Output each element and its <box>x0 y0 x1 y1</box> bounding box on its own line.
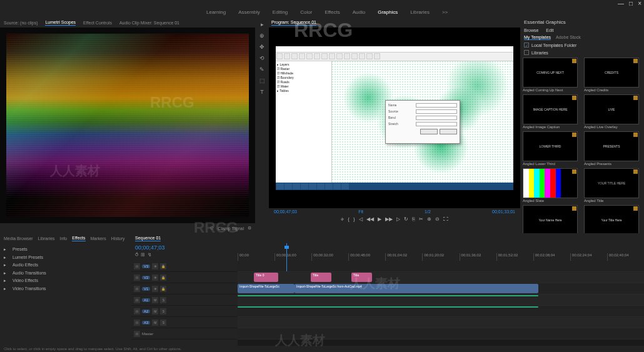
clip-audio[interactable] <box>238 295 538 296</box>
play-icon[interactable]: ▶ <box>378 216 381 222</box>
eg-template-item[interactable]: IMAGE CAPTION HEREAngled Image Caption <box>523 94 580 129</box>
mark-in-icon[interactable]: ⎆ <box>341 216 344 222</box>
folder-icon: ▸ <box>4 254 10 262</box>
export-frame-icon[interactable]: ⎘ <box>412 216 415 222</box>
tab-markers[interactable]: Markers <box>91 236 106 241</box>
eg-local-checkbox[interactable]: ✓ <box>524 43 529 48</box>
close-button[interactable]: × <box>638 0 641 7</box>
mark-out-icon[interactable]: { <box>348 216 350 222</box>
eg-template-item[interactable]: LOWER THIRDAngled Lower Third <box>523 131 580 166</box>
eg-edit-tab[interactable]: Edit <box>546 28 553 33</box>
playhead[interactable] <box>286 243 287 261</box>
track-master-header[interactable]: ⊡Master <box>131 328 238 339</box>
ws-more[interactable]: >> <box>442 9 448 15</box>
clip-title[interactable]: Title <box>351 273 372 282</box>
ws-assembly[interactable]: Assembly <box>238 9 260 15</box>
eg-template-item[interactable]: Angled Title <box>584 168 641 203</box>
track-a3-header[interactable]: ⊡A3MS <box>131 317 238 328</box>
tab-info[interactable]: Info <box>60 236 68 241</box>
eg-template-item[interactable]: Your Title HereBasic Title <box>584 205 641 233</box>
zoom-out-icon[interactable]: ⊖ <box>435 216 440 222</box>
lumetri-scope-view <box>0 28 255 223</box>
fx-presets-folder[interactable]: ▸Presets <box>4 246 128 254</box>
ws-learning[interactable]: Learning <box>206 9 226 15</box>
tab-program[interactable]: Program: Sequence 01 <box>271 20 316 26</box>
forward-icon[interactable]: ▶▶ <box>385 216 393 222</box>
track-a1-header[interactable]: ⊡A1MS <box>131 294 238 306</box>
scope-settings-icon[interactable]: ⚙ <box>248 226 251 231</box>
scope-solo-icon[interactable]: ⦾ <box>210 226 214 231</box>
tab-libraries[interactable]: Libraries <box>38 236 55 241</box>
tab-media-browser[interactable]: Media Browser <box>4 236 33 241</box>
tool-palette: ▸ ⊕ ✥ ⟲ ✎ ⬚ T <box>255 18 269 233</box>
fx-audio-effects-folder[interactable]: ▸Audio Effects <box>4 261 128 269</box>
scope-clamp-toggle[interactable]: Clamp Signal <box>218 226 244 231</box>
tab-effects[interactable]: Effects <box>72 236 85 241</box>
track-v1-header[interactable]: ⊡V1👁🔒 <box>131 283 238 294</box>
tab-history[interactable]: History <box>111 236 125 241</box>
eg-template-item[interactable]: Your Name HereBasic Lower Third <box>523 205 580 233</box>
type-tool-icon[interactable]: T <box>258 88 266 96</box>
clip-video[interactable]: Import-ShapeFile-ToLargeSc <box>238 284 294 293</box>
lift-icon[interactable]: ✂ <box>419 216 423 222</box>
program-scale[interactable]: 1/2 <box>425 209 431 214</box>
program-fit[interactable]: Fit <box>358 209 363 214</box>
ripple-tool-icon[interactable]: ✥ <box>258 43 266 51</box>
ws-editing[interactable]: Editing <box>273 9 288 15</box>
ws-color[interactable]: Color <box>300 9 312 15</box>
fx-video-effects-folder[interactable]: ▸Video Effects <box>4 277 128 285</box>
track-v2-header[interactable]: ⊡V2👁🔒 <box>131 272 238 283</box>
eg-template-item[interactable]: LIVEAngled Live Overlay <box>584 94 641 129</box>
eg-template-item[interactable]: CREDITSAngled Credits <box>584 58 641 92</box>
eg-stock-tab[interactable]: Adobe Stock <box>556 35 581 40</box>
eg-local-label: Local Templates Folder <box>531 43 576 48</box>
pen-tool-icon[interactable]: ✎ <box>258 65 266 74</box>
fx-lumetri-folder[interactable]: ▸Lumetri Presets <box>4 254 128 262</box>
zoom-in-icon[interactable]: ⊕ <box>427 216 431 222</box>
fullscreen-icon[interactable]: ⛶ <box>443 216 448 222</box>
eg-browse-tab[interactable]: Browse <box>524 28 538 33</box>
ws-effects[interactable]: Effects <box>325 9 340 15</box>
marker-icon[interactable]: ↯ <box>148 252 152 258</box>
effects-tree[interactable]: ▸Presets ▸Lumetri Presets ▸Audio Effects… <box>0 243 131 346</box>
tab-sequence[interactable]: Sequence 01 <box>135 236 161 241</box>
maximize-button[interactable]: □ <box>629 0 633 7</box>
clip-audio[interactable] <box>238 306 538 308</box>
ws-audio[interactable]: Audio <box>353 9 365 15</box>
tab-effect-controls[interactable]: Effect Controls <box>83 21 112 25</box>
track-select-tool-icon[interactable]: ⊕ <box>258 31 266 40</box>
fx-video-transitions-folder[interactable]: ▸Video Transitions <box>4 285 128 293</box>
snap-icon[interactable]: ⥀ <box>135 252 138 258</box>
eg-template-item[interactable]: Angled Slate <box>523 168 580 203</box>
eg-template-grid[interactable]: COMING UP NEXTAngled Coming Up Next CRED… <box>520 56 644 233</box>
selection-tool-icon[interactable]: ▸ <box>258 20 266 29</box>
loop-icon[interactable]: ↻ <box>404 216 408 222</box>
eg-template-item[interactable]: COMING UP NEXTAngled Coming Up Next <box>523 58 580 92</box>
linked-selection-icon[interactable]: ⊞ <box>141 252 145 258</box>
ws-libraries[interactable]: Libraries <box>410 9 430 15</box>
track-v3-header[interactable]: ⊡V3👁🔒 <box>131 261 238 272</box>
go-in-icon[interactable]: } <box>353 216 355 222</box>
tab-lumetri-scopes[interactable]: Lumetri Scopes <box>45 20 76 26</box>
tab-audio-clip-mixer[interactable]: Audio Clip Mixer: Sequence 01 <box>119 21 179 25</box>
eg-template-item[interactable]: PRESENTSAngled Presents <box>584 131 641 166</box>
hand-tool-icon[interactable]: ⬚ <box>258 76 266 85</box>
rewind-icon[interactable]: ◀◀ <box>366 216 374 222</box>
clip-video[interactable]: Import-ShapeFile-ToLargeSc from-AutCad.m… <box>294 284 538 293</box>
eg-libraries-checkbox[interactable] <box>524 50 529 55</box>
clip-title[interactable]: Title 0 <box>254 273 278 282</box>
timeline-ruler[interactable]: 00;00 00;00;16;00 00;00;32;00 00;00;48;0… <box>238 243 644 261</box>
folder-icon: ▸ <box>4 246 10 254</box>
fx-audio-transitions-folder[interactable]: ▸Audio Transitions <box>4 269 128 278</box>
tab-source[interactable]: Source: (no clips) <box>4 21 38 25</box>
eg-mytemplates-tab[interactable]: My Templates <box>524 35 551 40</box>
step-fwd-icon[interactable]: ▷ <box>396 216 400 222</box>
step-back-icon[interactable]: ◁ <box>359 216 363 222</box>
slip-tool-icon[interactable]: ⟲ <box>258 54 266 63</box>
track-a2-header[interactable]: ⊡A2MS <box>131 306 238 317</box>
track-lanes[interactable]: Title 0 Title Title Import-ShapeFile-ToL… <box>238 261 644 346</box>
clip-title[interactable]: Title <box>311 273 331 282</box>
ws-graphics[interactable]: Graphics <box>378 9 398 15</box>
timeline-timecode[interactable]: 00;00;47;03 <box>135 244 234 251</box>
minimize-button[interactable]: — <box>618 0 624 7</box>
